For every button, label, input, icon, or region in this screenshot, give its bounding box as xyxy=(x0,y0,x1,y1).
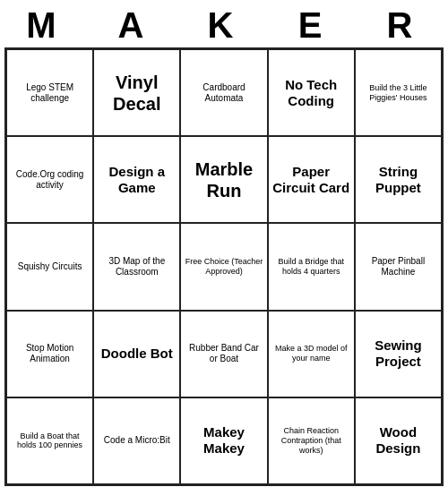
title-letter: E xyxy=(274,5,353,46)
cell-3-1[interactable]: Doodle Bot xyxy=(93,311,180,397)
cell-0-2[interactable]: Cardboard Automata xyxy=(180,49,267,136)
cell-2-0[interactable]: Squishy Circuits xyxy=(6,223,93,310)
cell-4-4[interactable]: Wood Design xyxy=(355,397,442,484)
cell-4-3[interactable]: Chain Reaction Contraption (that works) xyxy=(268,397,355,484)
cell-1-4[interactable]: String Puppet xyxy=(355,136,442,223)
bingo-title: MAKER xyxy=(0,0,448,47)
cell-0-1[interactable]: Vinyl Decal xyxy=(93,49,180,136)
title-letter: R xyxy=(364,5,443,46)
title-letter: M xyxy=(5,5,84,46)
cell-2-3[interactable]: Build a Bridge that holds 4 quarters xyxy=(268,223,355,310)
cell-3-4[interactable]: Sewing Project xyxy=(355,311,442,397)
cell-1-3[interactable]: Paper Circuit Card xyxy=(268,136,355,223)
cell-0-4[interactable]: Build the 3 Little Piggies' Houses xyxy=(355,49,442,136)
cell-1-0[interactable]: Code.Org coding activity xyxy=(6,136,93,223)
cell-2-4[interactable]: Paper Pinball Machine xyxy=(355,223,442,310)
cell-2-2[interactable]: Free Choice (Teacher Approved) xyxy=(180,223,267,310)
title-letter: K xyxy=(185,5,263,46)
cell-1-1[interactable]: Design a Game xyxy=(93,136,180,223)
cell-0-3[interactable]: No Tech Coding xyxy=(268,49,355,136)
bingo-grid: Lego STEM challengeVinyl DecalCardboard … xyxy=(4,47,444,486)
cell-1-2[interactable]: Marble Run xyxy=(180,136,267,223)
cell-3-0[interactable]: Stop Motion Animation xyxy=(6,311,93,397)
cell-3-2[interactable]: Rubber Band Car or Boat xyxy=(180,311,267,397)
cell-0-0[interactable]: Lego STEM challenge xyxy=(6,49,93,136)
cell-4-2[interactable]: Makey Makey xyxy=(180,397,267,484)
title-letter: A xyxy=(95,5,174,46)
cell-4-1[interactable]: Code a Micro:Bit xyxy=(93,397,180,484)
cell-3-3[interactable]: Make a 3D model of your name xyxy=(268,311,355,397)
cell-4-0[interactable]: Build a Boat that holds 100 pennies xyxy=(6,397,93,484)
cell-2-1[interactable]: 3D Map of the Classroom xyxy=(93,223,180,310)
